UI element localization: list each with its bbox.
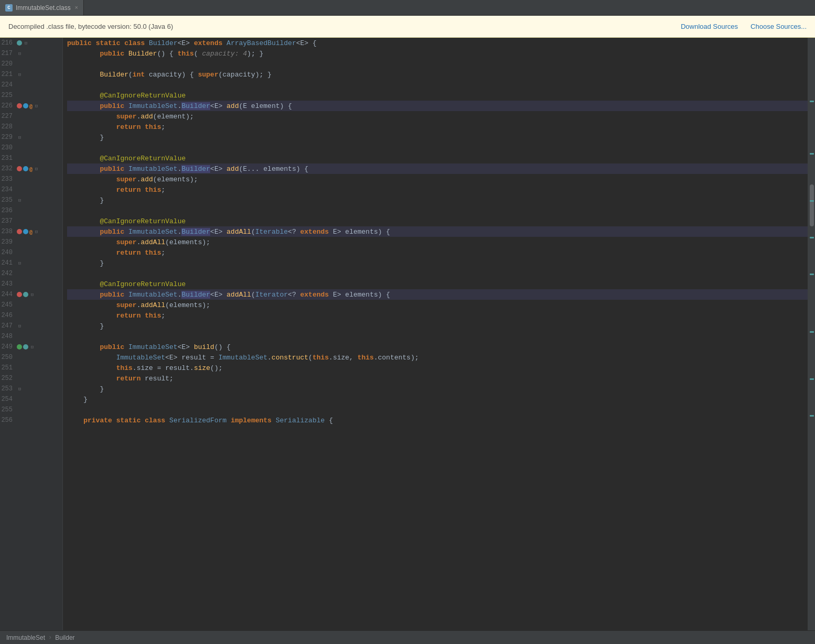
fold-icon[interactable]: ⊟ xyxy=(17,323,23,329)
vertical-scrollbar[interactable] xyxy=(808,38,815,630)
gutter-icons: @ ⊟ xyxy=(17,229,48,235)
line-number: 241 xyxy=(0,259,17,267)
gutter-row-240: 240 xyxy=(0,247,62,258)
code-line-217: public Builder() { this( capacity: 4); } xyxy=(67,48,808,59)
banner-text: Decompiled .class file, bytecode version… xyxy=(8,23,173,30)
fold-icon[interactable]: ⊟ xyxy=(17,386,23,392)
code-line-242 xyxy=(67,268,808,279)
gutter-row-227: 227 xyxy=(0,111,62,122)
code-line-254: } xyxy=(67,394,808,405)
breadcrumb-method: Builder xyxy=(55,634,74,641)
gutter-row-246: 246 xyxy=(0,310,62,321)
code-line-251: this.size = result.size(); xyxy=(67,363,808,373)
line-number: 253 xyxy=(0,385,17,392)
gutter-row-251: 251 xyxy=(0,363,62,373)
choose-sources-link[interactable]: Choose Sources... xyxy=(751,23,807,30)
dot3-icon xyxy=(23,344,28,350)
scrollbar-thumb[interactable] xyxy=(810,184,814,226)
gutter-row-239: 239 xyxy=(0,237,62,247)
gutter-row-230: 230 xyxy=(0,143,62,153)
gutter-row-241: 241 ⊟ xyxy=(0,258,62,268)
code-line-234: return this; xyxy=(67,184,808,195)
line-number: 220 xyxy=(0,60,17,68)
gutter-row-237: 237 xyxy=(0,216,62,226)
fold-icon[interactable]: ⊟ xyxy=(17,198,23,203)
line-number: 232 xyxy=(0,165,17,172)
scroll-marker xyxy=(810,200,814,202)
line-number: 244 xyxy=(0,291,17,298)
dot2-icon xyxy=(23,292,28,297)
code-line-252: return result; xyxy=(67,373,808,384)
gutter-row-220: 220 xyxy=(0,59,62,69)
scroll-marker xyxy=(810,237,814,238)
line-number: 225 xyxy=(0,92,17,99)
line-number: 234 xyxy=(0,186,17,193)
code-line-232: public ImmutableSet.Builder<E> add(E... … xyxy=(67,163,808,174)
fold-icon[interactable]: ⊟ xyxy=(29,344,35,350)
green-icon xyxy=(17,344,22,350)
fold-icon[interactable]: ⊟ xyxy=(17,135,23,140)
line-number: 230 xyxy=(0,144,17,151)
fold-icon[interactable]: ⊟ xyxy=(17,260,23,266)
gutter-row-245: 245 xyxy=(0,300,62,310)
fold-icon[interactable]: ⊟ xyxy=(17,72,23,78)
gutter-row-232: 232 @ ⊟ xyxy=(0,163,62,174)
gutter-row-252: 252 xyxy=(0,373,62,384)
line-number: 217 xyxy=(0,50,17,57)
code-line-229: } xyxy=(67,132,808,143)
immutableset-tab[interactable]: C ImmutableSet.class × xyxy=(0,0,84,15)
line-number: 240 xyxy=(0,249,17,256)
gutter-row-221: 221 ⊟ xyxy=(0,69,62,80)
gutter-icons: @ ⊟ xyxy=(17,166,48,172)
method-icon xyxy=(17,166,22,171)
code-line-230 xyxy=(67,143,808,153)
gutter-icons: ⊟ xyxy=(17,323,48,329)
gutter-row-238: 238 @ ⊟ xyxy=(0,226,62,237)
fold-icon[interactable]: ⊟ xyxy=(29,292,35,298)
method-icon xyxy=(17,292,22,297)
code-editor[interactable]: public static class Builder<E> extends A… xyxy=(63,38,808,630)
fold-icon[interactable]: ⊟ xyxy=(34,229,39,235)
gutter-row-236: 236 xyxy=(0,205,62,216)
line-number: 229 xyxy=(0,134,17,141)
code-line-231: @CanIgnoreReturnValue xyxy=(67,153,808,163)
editor-container: 216 ⊟ 217 ⊟ 220 221 ⊟ 224 xyxy=(0,38,815,630)
code-line-240: return this; xyxy=(67,247,808,258)
code-line-238: public ImmutableSet.Builder<E> addAll(It… xyxy=(67,226,808,237)
gutter-icons: ⊟ xyxy=(17,40,48,46)
code-line-253: } xyxy=(67,384,808,394)
line-number: 245 xyxy=(0,301,17,309)
line-number: 216 xyxy=(0,39,17,47)
gutter-row-228: 228 xyxy=(0,122,62,132)
line-number: 227 xyxy=(0,113,17,120)
line-number: 242 xyxy=(0,270,17,277)
fold-icon[interactable]: ⊟ xyxy=(34,103,39,109)
scroll-marker xyxy=(810,101,814,102)
download-sources-link[interactable]: Download Sources xyxy=(681,23,738,30)
code-line-246: return this; xyxy=(67,310,808,321)
tab-close-button[interactable]: × xyxy=(74,5,78,11)
line-number: 255 xyxy=(0,406,17,413)
fold-icon[interactable]: ⊟ xyxy=(23,40,29,46)
gutter-row-234: 234 xyxy=(0,184,62,195)
fold-icon[interactable]: ⊟ xyxy=(17,51,23,57)
code-line-216: public static class Builder<E> extends A… xyxy=(67,38,808,48)
gutter-icons: ⊟ xyxy=(17,51,48,57)
fold-icon[interactable]: ⊟ xyxy=(34,166,39,172)
gutter-row-217: 217 ⊟ xyxy=(0,48,62,59)
gutter-row-254: 254 xyxy=(0,394,62,405)
line-number: 250 xyxy=(0,354,17,361)
dot-icon xyxy=(23,166,28,171)
gutter-icons: ⊟ xyxy=(17,292,48,298)
gutter-icons: ⊟ xyxy=(17,344,48,350)
gutter-row-229: 229 ⊟ xyxy=(0,132,62,143)
gutter-row-231: 231 xyxy=(0,153,62,163)
code-line-237: @CanIgnoreReturnValue xyxy=(67,216,808,226)
gutter-row-225: 225 xyxy=(0,90,62,101)
line-number: 228 xyxy=(0,123,17,130)
gutter-row-249: 249 ⊟ xyxy=(0,342,62,352)
code-line-241: } xyxy=(67,258,808,268)
tab-bar: C ImmutableSet.class × xyxy=(0,0,815,16)
code-line-245: super.addAll(elements); xyxy=(67,300,808,310)
dot-icon xyxy=(23,103,28,108)
